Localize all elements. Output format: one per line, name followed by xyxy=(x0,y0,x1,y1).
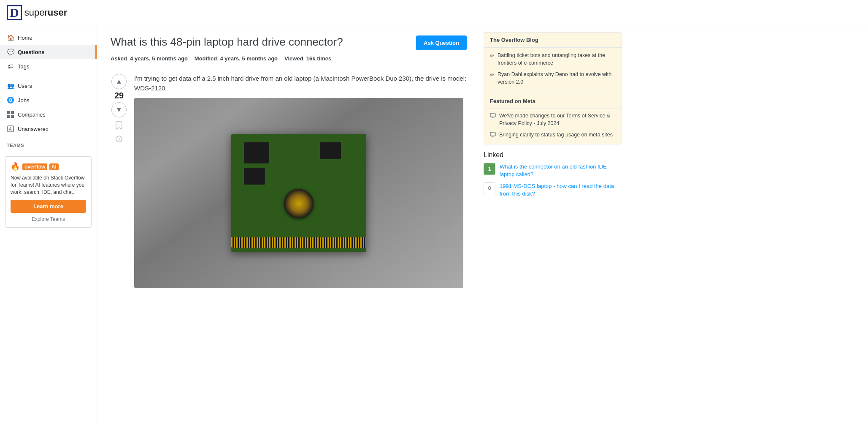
logo-link[interactable]: D superuser xyxy=(7,5,67,20)
sidebar-item-questions[interactable]: 💬 Questions xyxy=(0,45,97,59)
vote-column: ▲ 29 ▼ xyxy=(111,74,127,288)
svg-text:A: A xyxy=(9,127,12,131)
blog-box: The Overflow Blog ✏ Battling ticket bots… xyxy=(484,32,622,144)
sidebar-item-label: Questions xyxy=(18,49,45,55)
sidebar-item-companies[interactable]: Companies xyxy=(0,107,97,122)
downvote-button[interactable]: ▼ xyxy=(111,102,127,117)
linked-link-2[interactable]: 1991 MS-DOS laptop - how can I read the … xyxy=(500,182,622,198)
bookmark-button[interactable] xyxy=(114,119,124,132)
sidebar-item-label: Users xyxy=(18,83,32,89)
blog-link-2[interactable]: Ryan Dahl explains why Deno had to evolv… xyxy=(498,71,616,86)
linked-item-2: 0 1991 MS-DOS laptop - how can I read th… xyxy=(484,182,622,198)
sidebar-item-label: Home xyxy=(18,35,32,41)
blog-item-1: ✏ Battling ticket bots and untangling ta… xyxy=(490,52,616,67)
explore-teams-link[interactable]: Explore Teams xyxy=(11,216,86,222)
sidebar-item-users[interactable]: 👥 Users xyxy=(0,79,97,93)
overflow-ai-description: Now available on Stack Overflow for Team… xyxy=(11,174,86,196)
linked-link-1[interactable]: What is the connector on an old fashion … xyxy=(500,163,622,178)
sidebar-item-home[interactable]: 🏠 Home xyxy=(0,30,97,45)
post-text: I'm trying to get data off a 2.5 inch ha… xyxy=(134,74,467,93)
companies-icon xyxy=(7,111,14,118)
ask-question-button[interactable]: Ask Question xyxy=(416,35,467,50)
ai-brand-text: overflow AI xyxy=(22,163,59,170)
meta-link-1[interactable]: We've made changes to our Terms of Servi… xyxy=(499,112,616,127)
hdd-connector xyxy=(231,237,366,248)
svg-point-2 xyxy=(10,99,11,101)
svg-rect-10 xyxy=(490,113,495,117)
question-title: What is this 48-pin laptop hard drive co… xyxy=(111,35,409,49)
page-layout: 🏠 Home 💬 Questions 🏷 Tags 👥 Users xyxy=(0,25,868,427)
blog-box-header: The Overflow Blog xyxy=(484,33,622,48)
linked-score-2: 0 xyxy=(484,182,495,194)
featured-meta-header: Featured on Meta xyxy=(484,94,622,109)
header: D superuser xyxy=(0,0,868,25)
linked-score-1: 1 xyxy=(484,163,495,175)
learn-more-button[interactable]: Learn more xyxy=(11,200,86,213)
history-button[interactable] xyxy=(114,133,124,144)
sidebar-item-jobs[interactable]: Jobs xyxy=(0,93,97,107)
viewed-label: Viewed 16k times xyxy=(284,55,331,62)
sidebar-item-unanswered[interactable]: A Unanswered xyxy=(0,122,97,136)
upvote-button[interactable]: ▲ xyxy=(111,74,127,89)
sidebar-item-label: Jobs xyxy=(18,97,29,103)
meta-item-2: Bringing clarity to status tag usage on … xyxy=(490,131,616,140)
hdd-chip-2 xyxy=(320,142,341,159)
hdd-chip-3 xyxy=(244,168,265,185)
post-image xyxy=(134,98,463,288)
asked-label: Asked 4 years, 5 months ago xyxy=(111,55,188,62)
users-icon: 👥 xyxy=(7,82,14,90)
main-content: What is this 48-pin laptop hard drive co… xyxy=(97,25,477,427)
chat-icon-1 xyxy=(490,113,496,127)
ai-flame-icon: 🔥 xyxy=(11,162,20,171)
question-body: ▲ 29 ▼ I'm trying to get data off a xyxy=(111,74,467,288)
question-header: What is this 48-pin laptop hard drive co… xyxy=(111,35,467,50)
svg-rect-11 xyxy=(490,132,495,136)
sidebar-item-label: Companies xyxy=(18,112,46,118)
blog-box-content: ✏ Battling ticket bots and untangling ta… xyxy=(484,48,622,144)
linked-item-1: 1 What is the connector on an old fashio… xyxy=(484,163,622,178)
meta-link-2[interactable]: Bringing clarity to status tag usage on … xyxy=(499,131,613,140)
svg-rect-6 xyxy=(11,115,14,118)
svg-rect-4 xyxy=(11,111,14,114)
modified-label: Modified 4 years, 5 months ago xyxy=(195,55,278,62)
pencil-icon-2: ✏ xyxy=(490,71,494,86)
overflow-ai-logo: 🔥 overflow AI xyxy=(11,162,86,171)
question-meta: Asked 4 years, 5 months ago Modified 4 y… xyxy=(111,55,467,67)
hdd-board xyxy=(231,134,366,252)
right-sidebar: The Overflow Blog ✏ Battling ticket bots… xyxy=(477,25,629,427)
meta-item-1: We've made changes to our Terms of Servi… xyxy=(490,112,616,127)
overflow-ai-box: 🔥 overflow AI Now available on Stack Ove… xyxy=(5,156,92,228)
sidebar-item-label: Tags xyxy=(18,63,29,70)
logo-text: superuser xyxy=(24,7,68,18)
hdd-disk xyxy=(284,189,314,218)
blog-link-1[interactable]: Battling ticket bots and untangling taxe… xyxy=(498,52,616,67)
blog-item-2: ✏ Ryan Dahl explains why Deno had to evo… xyxy=(490,71,616,86)
logo-icon: D xyxy=(7,5,22,20)
pencil-icon-1: ✏ xyxy=(490,52,494,67)
questions-icon: 💬 xyxy=(7,48,14,56)
post-content: I'm trying to get data off a 2.5 inch ha… xyxy=(134,74,467,288)
unanswered-icon: A xyxy=(7,125,14,133)
sidebar-item-tags[interactable]: 🏷 Tags xyxy=(0,59,97,73)
svg-rect-5 xyxy=(7,115,10,118)
hdd-chip-1 xyxy=(244,142,269,163)
blog-divider xyxy=(490,90,616,90)
sidebar: 🏠 Home 💬 Questions 🏷 Tags 👥 Users xyxy=(0,25,97,427)
home-icon: 🏠 xyxy=(7,34,14,41)
jobs-icon xyxy=(7,96,14,104)
hdd-simulation xyxy=(134,98,463,288)
svg-rect-3 xyxy=(7,111,10,114)
sidebar-item-label: Unanswered xyxy=(18,126,49,132)
linked-section-title: Linked xyxy=(484,151,622,159)
teams-section-label: TEAMS xyxy=(0,136,97,150)
chat-icon-2 xyxy=(490,132,496,140)
vote-count: 29 xyxy=(114,91,124,101)
tags-icon: 🏷 xyxy=(7,63,14,70)
